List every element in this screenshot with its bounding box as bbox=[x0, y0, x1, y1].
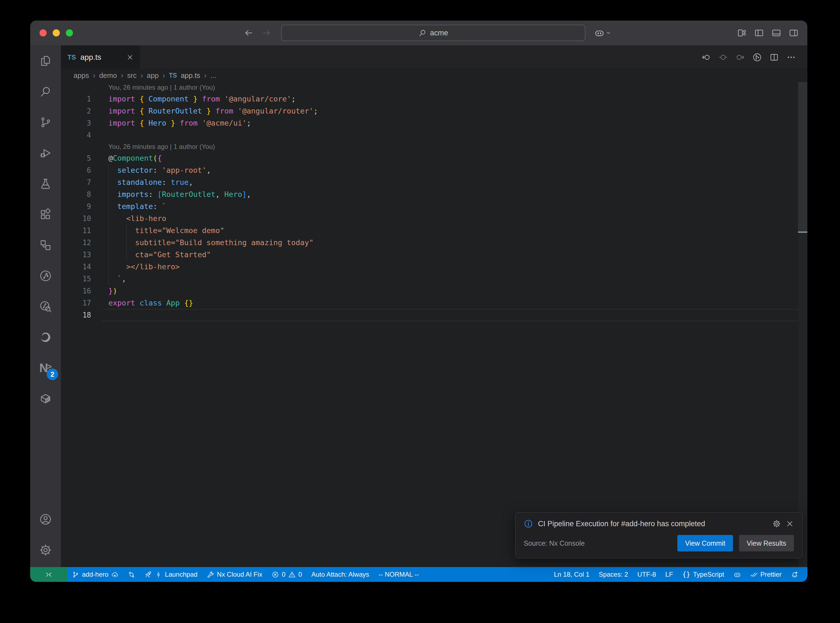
status-problems[interactable]: 00 bbox=[267, 567, 307, 582]
open-next-change-button[interactable] bbox=[736, 53, 745, 62]
breadcrumb-item[interactable]: src bbox=[127, 71, 137, 80]
breadcrumb-item[interactable]: apps bbox=[74, 71, 89, 80]
source-control-icon bbox=[39, 116, 52, 129]
status-indentation[interactable]: Spaces: 2 bbox=[594, 567, 633, 582]
code-line-16[interactable]: 16}) bbox=[61, 285, 796, 297]
line-number: 16 bbox=[61, 285, 91, 297]
activity-settings[interactable] bbox=[30, 535, 61, 565]
copilot-icon bbox=[594, 28, 605, 38]
breadcrumb-symbol[interactable]: ... bbox=[210, 71, 217, 80]
view-results-button[interactable]: View Results bbox=[739, 535, 794, 551]
split-icon bbox=[769, 53, 779, 62]
status-notifications-bell[interactable] bbox=[786, 567, 803, 582]
activity-run-and-debug[interactable] bbox=[30, 138, 61, 168]
status-copilot-status[interactable] bbox=[729, 567, 746, 582]
toggle-panel-button[interactable] bbox=[771, 28, 781, 38]
workbench: N>2 TS app.ts apps›demo›src›app›TSapp.ts… bbox=[30, 46, 807, 567]
toggle-secondary-sidebar-button[interactable] bbox=[789, 28, 799, 38]
status-left: add-heroLaunchpadNx Cloud AI Fix00Auto A… bbox=[30, 567, 424, 582]
activity-nx-console[interactable]: N>2 bbox=[30, 353, 61, 384]
gitlens-search-icon bbox=[39, 300, 52, 313]
status-branch-status[interactable]: add-hero bbox=[67, 567, 123, 582]
code-line-3[interactable]: 3import { Hero } from '@acme/ui'; bbox=[61, 117, 796, 129]
activity-remote-explorer[interactable] bbox=[30, 230, 61, 261]
warning-icon bbox=[288, 571, 296, 578]
code-line-9[interactable]: 9 template: ` bbox=[61, 201, 796, 213]
open-changes-button[interactable] bbox=[719, 53, 728, 62]
code-line-2[interactable]: 2import { RouterOutlet } from '@angular/… bbox=[61, 105, 796, 117]
go-back-button[interactable] bbox=[244, 28, 253, 38]
breadcrumb-item[interactable]: demo bbox=[99, 71, 117, 80]
code-line-6[interactable]: 6 selector: 'app-root', bbox=[61, 164, 796, 176]
status-right: Ln 18, Col 1Spaces: 2UTF-8LF{}TypeScript… bbox=[549, 567, 807, 582]
ellipsis-icon bbox=[786, 53, 796, 62]
code-line-1[interactable]: 1import { Component } from '@angular/cor… bbox=[61, 93, 796, 105]
code-line-18[interactable]: 18 bbox=[61, 309, 796, 321]
status-nx-cloud-ai-fix[interactable]: Nx Cloud AI Fix bbox=[202, 567, 267, 582]
zoom-window-button[interactable] bbox=[66, 29, 73, 37]
activity-gitlens[interactable] bbox=[30, 261, 61, 291]
graph-circle-icon bbox=[752, 53, 762, 62]
code-line-10[interactable]: 10 <lib-hero bbox=[61, 213, 796, 225]
status-remote-indicator[interactable] bbox=[30, 567, 67, 582]
notification-settings-button[interactable] bbox=[772, 520, 781, 528]
code-line-13[interactable]: 13 cta="Get Started" bbox=[61, 249, 796, 261]
status-cursor-position[interactable]: Ln 18, Col 1 bbox=[549, 567, 594, 582]
notification-toast: CI Pipeline Execution for #add-hero has … bbox=[515, 512, 802, 558]
code-editor[interactable]: You, 26 minutes ago | 1 author (You)1imp… bbox=[61, 82, 807, 567]
code-line-8[interactable]: 8 imports: [RouterOutlet, Hero], bbox=[61, 189, 796, 201]
activity-gitlens-inspect[interactable] bbox=[30, 291, 61, 322]
command-center-search[interactable]: acme bbox=[281, 25, 585, 41]
breadcrumb-item[interactable]: app bbox=[147, 71, 158, 80]
activity-edge-browser[interactable] bbox=[30, 322, 61, 353]
tab-app-ts[interactable]: TS app.ts bbox=[61, 46, 140, 69]
close-icon bbox=[126, 54, 134, 61]
close-window-button[interactable] bbox=[40, 29, 47, 37]
open-previous-change-button[interactable] bbox=[702, 53, 711, 62]
activity-accounts[interactable] bbox=[30, 504, 61, 535]
code-line-11[interactable]: 11 title="Welcmoe demo" bbox=[61, 225, 796, 236]
code-line-14[interactable]: 14 ></lib-hero> bbox=[61, 261, 796, 273]
copilot-menu-button[interactable] bbox=[594, 21, 612, 45]
code-line-17[interactable]: 17export class App {} bbox=[61, 297, 796, 309]
split-editor-button[interactable] bbox=[769, 53, 779, 62]
gitlens-commit-graph-button[interactable] bbox=[752, 53, 762, 62]
status-auto-attach[interactable]: Auto Attach: Always bbox=[307, 567, 374, 582]
customize-layout-button[interactable] bbox=[737, 28, 747, 38]
activity-search[interactable] bbox=[30, 76, 61, 107]
toggle-primary-sidebar-button[interactable] bbox=[754, 28, 764, 38]
activity-explorer[interactable] bbox=[30, 46, 61, 76]
titlebar: acme bbox=[30, 21, 807, 46]
breadcrumb-file[interactable]: app.ts bbox=[181, 71, 200, 80]
more-actions-button[interactable] bbox=[786, 53, 796, 62]
status-vim-mode[interactable]: -- NORMAL -- bbox=[374, 567, 424, 582]
activity-testing[interactable] bbox=[30, 168, 61, 199]
minimize-window-button[interactable] bbox=[53, 29, 60, 37]
status-encoding[interactable]: UTF-8 bbox=[633, 567, 660, 582]
close-tab-button[interactable] bbox=[126, 54, 134, 61]
code-line-7[interactable]: 7 standalone: true, bbox=[61, 176, 796, 189]
code-line-4[interactable]: 4 bbox=[61, 129, 796, 141]
breadcrumb-separator: › bbox=[121, 71, 123, 80]
code-line-5[interactable]: 5@Component({ bbox=[61, 152, 796, 164]
remote-explorer-icon bbox=[39, 239, 52, 252]
files-icon bbox=[39, 55, 52, 67]
line-number: 10 bbox=[61, 213, 91, 225]
status-git-compare[interactable] bbox=[123, 567, 140, 582]
go-forward-button[interactable] bbox=[262, 28, 272, 38]
code-line-12[interactable]: 12 subtitle="Build something amazing tod… bbox=[61, 236, 796, 249]
activity-containers[interactable] bbox=[30, 384, 61, 414]
notification-close-button[interactable] bbox=[786, 520, 794, 528]
activity-bottom bbox=[30, 504, 61, 567]
scrollbar[interactable] bbox=[798, 82, 807, 567]
status-gitlens-launchpad[interactable]: Launchpad bbox=[140, 567, 202, 582]
activity-source-control[interactable] bbox=[30, 107, 61, 138]
status-eol[interactable]: LF bbox=[660, 567, 677, 582]
view-commit-button[interactable]: View Commit bbox=[677, 535, 733, 551]
status-formatter-prettier[interactable]: Prettier bbox=[746, 567, 786, 582]
status-language-mode[interactable]: {}TypeScript bbox=[677, 567, 729, 582]
activity-extensions[interactable] bbox=[30, 199, 61, 230]
blame-annotation: You, 26 minutes ago | 1 author (You) bbox=[61, 141, 796, 152]
scrollbar-slider[interactable] bbox=[798, 82, 807, 232]
code-line-15[interactable]: 15 `, bbox=[61, 273, 796, 285]
